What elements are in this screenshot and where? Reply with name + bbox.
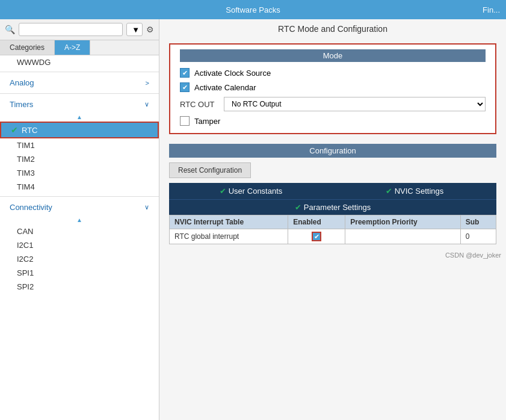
rtc-out-select[interactable]: No RTC Output RTC Output 1 RTC Output 2 bbox=[224, 97, 486, 111]
mode-section: Mode ✔ Activate Clock Source ✔ Activate … bbox=[169, 43, 496, 134]
analog-label: Analog bbox=[10, 78, 34, 87]
sidebar-item-rtc[interactable]: ✔ RTC bbox=[0, 122, 159, 138]
sidebar-item-wwwdg[interactable]: WWWDG bbox=[0, 55, 159, 69]
sidebar-search-bar: 🔍 ▼ ⚙ bbox=[0, 19, 159, 40]
connectivity-label: Connectivity bbox=[10, 203, 52, 212]
param-tab-label: Parameter Settings bbox=[304, 203, 371, 212]
rtc-out-row: RTC OUT No RTC Output RTC Output 1 RTC O… bbox=[180, 97, 486, 111]
scroll-up-arrow[interactable]: ▲ bbox=[0, 113, 159, 122]
tamper-checkbox[interactable] bbox=[180, 116, 190, 126]
nvic-settings-check-icon: ✔ bbox=[386, 187, 392, 196]
nvic-table: NVIC Interrupt Table Enabled Preemption … bbox=[169, 215, 496, 244]
enabled-cell: ✔ bbox=[288, 229, 345, 244]
col-preemption: Preemption Priority bbox=[345, 215, 461, 229]
watermark: CSDN @dev_joker bbox=[159, 249, 506, 259]
chevron-down-icon: ▼ bbox=[132, 25, 140, 34]
tab-atoz[interactable]: A->Z bbox=[55, 40, 90, 55]
top-bar: Software Packs Fin... bbox=[0, 0, 506, 19]
mode-header: Mode bbox=[180, 49, 486, 62]
sidebar-item-tim4[interactable]: TIM4 bbox=[0, 180, 159, 194]
param-check-icon: ✔ bbox=[295, 203, 301, 212]
sidebar-section-connectivity[interactable]: Connectivity ∨ bbox=[0, 199, 159, 215]
activate-clock-checkbox[interactable]: ✔ bbox=[180, 68, 190, 78]
sidebar-item-tim2[interactable]: TIM2 bbox=[0, 152, 159, 166]
reset-config-button[interactable]: Reset Configuration bbox=[169, 162, 251, 178]
activate-calendar-checkbox[interactable]: ✔ bbox=[180, 82, 190, 92]
config-section: Configuration Reset Configuration ✔ User… bbox=[169, 144, 496, 244]
enabled-checkbox-wrap: ✔ bbox=[293, 232, 340, 241]
sidebar-content: WWWDG Analog > Timers ∨ ▲ ✔ bbox=[0, 55, 159, 420]
sidebar-item-tim3[interactable]: TIM3 bbox=[0, 166, 159, 180]
timers-arrow: ∨ bbox=[144, 100, 149, 108]
sidebar-section-timers[interactable]: Timers ∨ bbox=[0, 96, 159, 113]
activate-clock-label: Activate Clock Source bbox=[194, 69, 271, 78]
sidebar-item-spi1[interactable]: SPI1 bbox=[0, 266, 159, 280]
interrupt-name: RTC global interrupt bbox=[170, 229, 288, 244]
rtc-check-icon: ✔ bbox=[11, 125, 18, 135]
param-tab-bar[interactable]: ✔ Parameter Settings bbox=[169, 199, 496, 215]
enabled-checkbox[interactable]: ✔ bbox=[312, 232, 321, 241]
search-input[interactable] bbox=[19, 23, 123, 36]
user-constants-label: User Constants bbox=[229, 187, 283, 196]
sub-cell: 0 bbox=[460, 229, 496, 244]
sidebar-item-can[interactable]: CAN bbox=[0, 224, 159, 238]
connectivity-arrow: ∨ bbox=[144, 203, 149, 211]
gear-icon[interactable]: ⚙ bbox=[146, 25, 154, 34]
rtc-out-label: RTC OUT bbox=[180, 100, 219, 109]
sidebar-item-tim1[interactable]: TIM1 bbox=[0, 138, 159, 152]
sidebar: 🔍 ▼ ⚙ Categories A->Z WWWDG bbox=[0, 19, 159, 420]
tamper-label: Tamper bbox=[194, 117, 220, 126]
timers-label: Timers bbox=[10, 100, 33, 109]
preemption-cell bbox=[345, 229, 461, 244]
nvic-settings-label: NVIC Settings bbox=[395, 187, 444, 196]
sidebar-section-analog[interactable]: Analog > bbox=[0, 75, 159, 91]
main-content: RTC Mode and Configuration Mode ✔ Activa… bbox=[159, 19, 506, 420]
activate-calendar-label: Activate Calendar bbox=[194, 83, 256, 92]
activate-calendar-row: ✔ Activate Calendar bbox=[180, 82, 486, 92]
sidebar-item-i2c1[interactable]: I2C1 bbox=[0, 238, 159, 252]
config-tabs: ✔ User Constants ✔ NVIC Settings bbox=[169, 183, 496, 199]
analog-arrow: > bbox=[146, 79, 149, 87]
user-constants-check-icon: ✔ bbox=[220, 187, 226, 196]
tab-categories[interactable]: Categories bbox=[0, 40, 55, 55]
top-bar-title: Software Packs bbox=[226, 5, 280, 14]
rtc-label: RTC bbox=[22, 126, 37, 135]
tab-user-constants[interactable]: ✔ User Constants bbox=[169, 183, 333, 199]
tamper-row: Tamper bbox=[180, 116, 486, 126]
col-nvic-interrupt: NVIC Interrupt Table bbox=[170, 215, 288, 229]
tab-nvic-settings[interactable]: ✔ NVIC Settings bbox=[333, 183, 496, 199]
col-sub: Sub bbox=[460, 215, 496, 229]
activate-clock-row: ✔ Activate Clock Source bbox=[180, 68, 486, 78]
sidebar-item-i2c2[interactable]: I2C2 bbox=[0, 252, 159, 266]
content-title: RTC Mode and Configuration bbox=[159, 19, 506, 39]
table-row: RTC global interrupt ✔ 0 bbox=[170, 229, 496, 244]
search-icon: 🔍 bbox=[5, 25, 15, 34]
connectivity-scroll-up[interactable]: ▲ bbox=[0, 215, 159, 224]
col-enabled: Enabled bbox=[288, 215, 345, 229]
search-dropdown[interactable]: ▼ bbox=[126, 23, 143, 36]
sidebar-tabs: Categories A->Z bbox=[0, 40, 159, 55]
rtc-out-select-wrap: No RTC Output RTC Output 1 RTC Output 2 bbox=[224, 97, 486, 111]
config-header: Configuration bbox=[169, 144, 496, 158]
top-bar-right: Fin... bbox=[483, 5, 500, 14]
sidebar-item-spi2[interactable]: SPI2 bbox=[0, 280, 159, 294]
